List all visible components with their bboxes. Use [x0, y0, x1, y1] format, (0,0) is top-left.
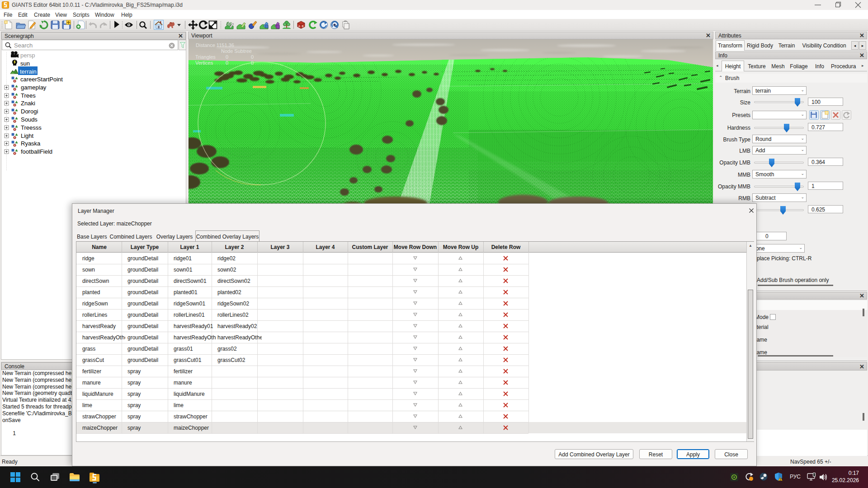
- svg-text:Triangles: Triangles: [195, 54, 216, 60]
- svg-text:A: A: [298, 25, 300, 28]
- svg-text:Light: Light: [21, 132, 34, 139]
- svg-text:Node Subtree: Node Subtree: [221, 48, 252, 54]
- svg-text:Ryaska: Ryaska: [21, 140, 41, 147]
- svg-text:Dorogi: Dorogi: [21, 108, 38, 115]
- svg-text:Treesss: Treesss: [21, 124, 42, 131]
- svg-text:careerStartPoint: careerStartPoint: [20, 76, 63, 83]
- svg-text:Souds: Souds: [21, 116, 38, 123]
- svg-text:terrain: terrain: [20, 68, 37, 75]
- svg-text:Znaki: Znaki: [21, 100, 35, 107]
- svg-text:0: 0: [251, 54, 254, 60]
- svg-text:persp: persp: [20, 52, 35, 59]
- svg-text:Trees: Trees: [21, 92, 36, 99]
- svg-text:B: B: [302, 25, 304, 28]
- svg-text:Vertices: Vertices: [195, 60, 213, 66]
- svg-text:0: 0: [251, 60, 254, 66]
- svg-text:0: 0: [226, 60, 228, 66]
- svg-text:gameplay: gameplay: [21, 84, 47, 91]
- svg-text:sun: sun: [20, 60, 30, 67]
- svg-text:Distance 1151.36: Distance 1151.36: [196, 42, 234, 48]
- svg-text:0: 0: [226, 54, 228, 60]
- svg-text:footballField: footballField: [21, 148, 52, 155]
